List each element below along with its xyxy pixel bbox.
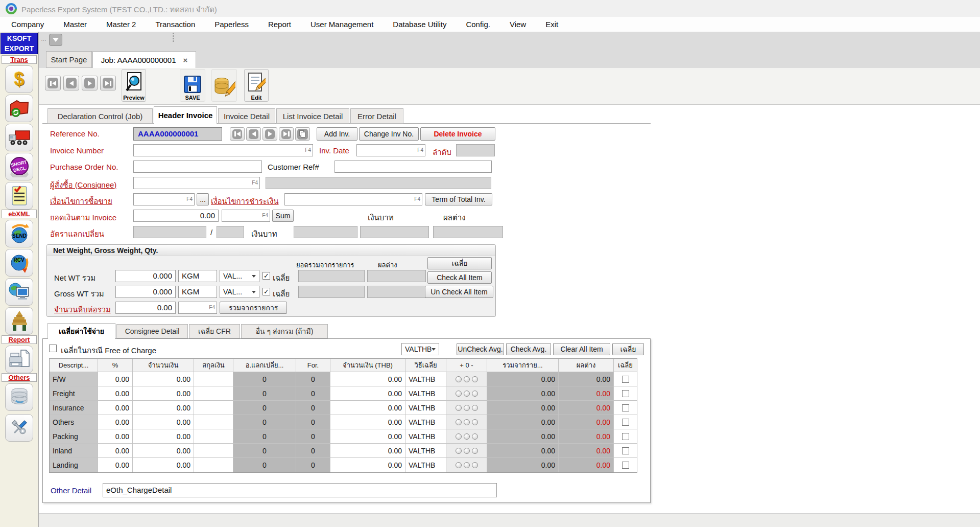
menu-config[interactable]: Config. bbox=[466, 20, 490, 29]
menu-user-management[interactable]: User Management bbox=[310, 20, 373, 29]
charge-sign-radio[interactable] bbox=[472, 433, 478, 440]
sum-button[interactable]: Sum bbox=[272, 210, 294, 222]
tab-job[interactable]: Job: AAAA000000001 × bbox=[92, 51, 196, 68]
menu-master[interactable]: Master bbox=[63, 20, 87, 29]
avg-button[interactable]: เฉลี่ย bbox=[612, 343, 644, 355]
tab-consignee-detail[interactable]: Consignee Detail bbox=[116, 324, 188, 338]
net-wt-unit-input[interactable]: KGM bbox=[178, 270, 217, 282]
tab-declaration-control[interactable]: Declaration Control (Job) bbox=[47, 108, 153, 124]
column-header-total[interactable]: รวมจากราย... bbox=[487, 359, 559, 372]
charge-sign-radio[interactable] bbox=[456, 462, 462, 468]
tab-start-page[interactable]: Start Page bbox=[46, 51, 92, 68]
term-of-total-inv-button[interactable]: Term of Total Inv. bbox=[425, 193, 492, 205]
record-next-button[interactable] bbox=[82, 76, 98, 90]
term-of-sale-browse-button[interactable]: ... bbox=[197, 193, 209, 205]
charge-sign-radio[interactable] bbox=[456, 405, 462, 411]
charge-sign-radio[interactable] bbox=[472, 448, 478, 454]
charge-sign-radio[interactable] bbox=[456, 376, 462, 382]
charge-avg-checkbox[interactable] bbox=[622, 376, 629, 383]
charge-sign-radio[interactable] bbox=[472, 391, 478, 397]
net-wt-avg-checkbox[interactable]: ✓ bbox=[262, 272, 270, 280]
charge-avg-checkbox[interactable] bbox=[622, 447, 629, 454]
menu-view[interactable]: View bbox=[510, 20, 526, 29]
gross-wt-avg-checkbox[interactable]: ✓ bbox=[262, 288, 270, 295]
charge-avg-checkbox[interactable] bbox=[622, 433, 629, 440]
database-edit-button[interactable] bbox=[211, 69, 237, 102]
check-avg-button[interactable]: Check Avg. bbox=[506, 343, 551, 355]
charge-sign-radio[interactable] bbox=[464, 448, 470, 454]
tab-error-detail[interactable]: Error Detail bbox=[350, 108, 403, 124]
term-of-sale-input[interactable]: F4 bbox=[133, 193, 195, 205]
column-header-diff[interactable]: ผลต่าง bbox=[559, 359, 614, 372]
sidebar-receive-button[interactable]: RCV bbox=[5, 249, 33, 277]
po-number-input[interactable] bbox=[133, 161, 262, 173]
sidebar-section-trans[interactable]: Trans bbox=[2, 55, 37, 64]
free-of-charge-checkbox[interactable] bbox=[49, 345, 57, 352]
charge-sign-radio[interactable] bbox=[464, 433, 470, 440]
column-header-thb[interactable]: จำนวนเงิน (THB) bbox=[330, 359, 405, 372]
package-unit-input[interactable]: F4 bbox=[178, 302, 217, 314]
inv-date-input[interactable]: F4 bbox=[356, 144, 425, 156]
sum-from-items-button[interactable]: รวมจากรายการ bbox=[220, 302, 287, 314]
delete-invoice-button[interactable]: Delete Invoice bbox=[420, 127, 495, 141]
invoice-next-button[interactable] bbox=[262, 127, 277, 141]
column-header-forv[interactable]: For. bbox=[296, 359, 330, 372]
record-first-button[interactable] bbox=[45, 76, 61, 90]
sidebar-section-report[interactable]: Report bbox=[2, 335, 37, 344]
charge-avg-checkbox[interactable] bbox=[622, 419, 629, 426]
tab-invoice-detail[interactable]: Invoice Detail bbox=[218, 108, 275, 124]
column-header-method[interactable]: วิธีเฉลี่ย bbox=[405, 359, 446, 372]
payment-term-input[interactable]: F4 bbox=[284, 193, 422, 205]
consignee-link-label[interactable]: ผู้สั่งซื้อ (Consignee) bbox=[50, 179, 116, 191]
save-button[interactable]: SAVE bbox=[180, 69, 205, 102]
package-qty-input[interactable]: 0.00 bbox=[115, 302, 176, 314]
tab-others-to-customs[interactable]: อื่น ๆ ส่งกรม (ถ้ามี) bbox=[241, 324, 328, 338]
invoice-copy-button[interactable] bbox=[295, 127, 310, 141]
charge-sign-radio[interactable] bbox=[456, 391, 462, 397]
menu-master2[interactable]: Master 2 bbox=[106, 20, 136, 29]
column-header-currency[interactable]: สกุลเงิน bbox=[194, 359, 233, 372]
charge-avg-checkbox[interactable] bbox=[622, 462, 629, 469]
gross-wt-input[interactable]: 0.000 bbox=[115, 286, 176, 298]
uncheck-avg-button[interactable]: UnCheck Avg. bbox=[457, 343, 504, 355]
invoice-prev-button[interactable] bbox=[246, 127, 261, 141]
tab-header-invoice[interactable]: Header Invoice bbox=[154, 106, 217, 124]
charge-avg-checkbox[interactable] bbox=[622, 404, 629, 411]
invoice-number-input[interactable]: F4 bbox=[133, 144, 313, 156]
drag-handle[interactable] bbox=[173, 33, 174, 42]
change-invoice-no-button[interactable]: Change Inv No. bbox=[359, 127, 419, 141]
sidebar-section-ebxml[interactable]: ebXML bbox=[2, 210, 37, 218]
tab-list-invoice-detail[interactable]: List Invoice Detail bbox=[276, 108, 349, 124]
tab-avg-charges[interactable]: เฉลี่ยค่าใช้จ่าย bbox=[47, 323, 115, 339]
consignee-code-input[interactable]: F4 bbox=[133, 177, 260, 189]
menu-company[interactable]: Company bbox=[11, 20, 44, 29]
charge-sign-radio[interactable] bbox=[472, 419, 478, 425]
column-header-name[interactable]: Descript... bbox=[50, 359, 98, 372]
charge-sign-radio[interactable] bbox=[472, 462, 478, 468]
gross-wt-val-dropdown[interactable]: VAL... bbox=[220, 286, 259, 298]
sidebar-money-button[interactable]: $ bbox=[5, 65, 33, 93]
menu-database-utility[interactable]: Database Utility bbox=[393, 20, 446, 29]
customer-ref-input[interactable] bbox=[334, 161, 492, 173]
charge-sign-radio[interactable] bbox=[472, 405, 478, 411]
payment-term-link-label[interactable]: เงื่อนไขการชำระเงิน bbox=[211, 195, 279, 208]
invoice-amount-input[interactable]: 0.00 bbox=[133, 210, 219, 222]
charge-sign-radio[interactable] bbox=[464, 376, 470, 382]
charge-sign-radio[interactable] bbox=[464, 419, 470, 425]
charge-sign-radio[interactable] bbox=[464, 391, 470, 397]
sidebar-customs-button[interactable] bbox=[5, 307, 33, 335]
sidebar-truck-button[interactable] bbox=[5, 124, 33, 151]
record-prev-button[interactable] bbox=[63, 76, 79, 90]
charge-sign-radio[interactable] bbox=[456, 433, 462, 440]
invoice-last-button[interactable] bbox=[279, 127, 294, 141]
net-wt-val-dropdown[interactable]: VAL... bbox=[220, 270, 259, 282]
group-avg-button[interactable]: เฉลี่ย bbox=[427, 257, 492, 269]
menu-report[interactable]: Report bbox=[268, 20, 291, 29]
column-header-check[interactable]: เฉลี่ย bbox=[614, 359, 637, 372]
term-of-sale-link-label[interactable]: เงื่อนไขการซื้อขาย bbox=[50, 195, 112, 208]
column-header-exch[interactable]: อ.แลกเปลี่ย... bbox=[233, 359, 296, 372]
invoice-first-button[interactable] bbox=[230, 127, 245, 141]
preview-button[interactable]: Preview bbox=[122, 69, 146, 102]
other-detail-input[interactable]: eOth_ChargeDetail bbox=[103, 483, 497, 497]
sidebar-checklist-button[interactable] bbox=[5, 182, 33, 210]
